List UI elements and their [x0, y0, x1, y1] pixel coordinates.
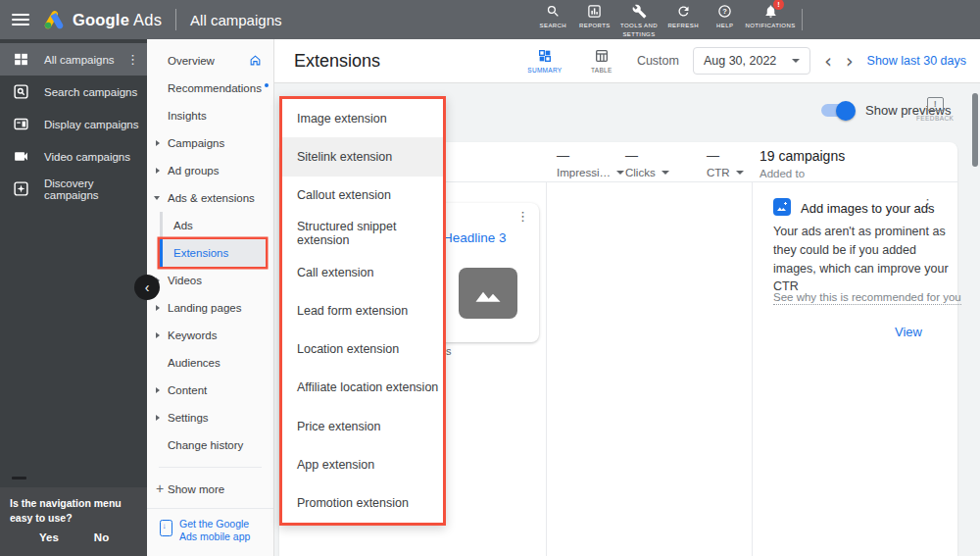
page-title: Extensions — [294, 51, 380, 72]
extension-menu-item-label: Structured snippet extension — [297, 220, 443, 247]
nav-label: Audiences — [168, 357, 220, 369]
extension-type-menu: Image extension Sitelink extension Callo… — [279, 96, 446, 526]
extension-menu-item[interactable]: Lead form extension — [282, 291, 443, 329]
reports-button[interactable]: REPORTS — [574, 4, 616, 30]
nav-label: Content — [168, 384, 207, 396]
chevron-right-icon — [156, 415, 160, 421]
survey-panel: Is the navigation menu easy to use? Yes … — [0, 487, 147, 556]
page-header: Extensions SUMMARY TABLE Custom Aug 30, … — [274, 39, 980, 83]
summary-view-button[interactable]: SUMMARY — [523, 48, 566, 74]
recommendation-view-button[interactable]: View — [895, 325, 922, 339]
sort-arrow-icon — [662, 171, 669, 175]
nav-item-ads[interactable]: Ads — [160, 212, 273, 239]
date-range-select[interactable]: Aug 30, 2022 — [693, 47, 810, 75]
extension-menu-item[interactable]: Sitelink extension — [282, 137, 443, 176]
metric-ctr: — CTR — [707, 148, 744, 178]
refresh-button[interactable]: REFRESH — [662, 4, 705, 30]
impressions-sort-button[interactable]: Impressi… — [557, 167, 624, 178]
feedback-button[interactable]: ! FEEDBACK — [916, 97, 954, 122]
nav-item-videos[interactable]: Videos — [147, 267, 273, 294]
sidebar-item-display-campaigns[interactable]: Display campaigns — [0, 108, 147, 140]
ad-card-kebab-icon[interactable]: ⋮ — [516, 209, 529, 224]
nav-item-campaigns[interactable]: Campaigns — [147, 129, 273, 157]
show-last-30-days-link[interactable]: Show last 30 days — [867, 54, 966, 68]
search-button[interactable]: SEARCH — [532, 4, 574, 30]
next-date-button[interactable]: › — [846, 52, 854, 71]
extension-menu-item-label: Sitelink extension — [297, 150, 392, 164]
refresh-icon — [676, 4, 691, 19]
google-ads-logo-icon — [43, 10, 65, 29]
survey-no-button[interactable]: No — [94, 531, 109, 543]
show-previews-toggle[interactable] — [821, 104, 853, 117]
metric-clicks: — Clicks — [625, 148, 669, 178]
notifications-button[interactable]: NOTIFICATIONS ! — [746, 4, 795, 30]
nav-item-extensions[interactable]: Extensions — [160, 239, 266, 267]
feedback-label: FEEDBACK — [916, 115, 954, 122]
nav-label: Ads — [173, 220, 193, 231]
extension-menu-item[interactable]: Callout extension — [282, 177, 443, 215]
extension-menu-item[interactable]: Promotion extension — [282, 484, 443, 523]
survey-question: Is the navigation menu easy to use? — [0, 487, 145, 525]
sidebar-item-all-campaigns[interactable]: All campaigns ⋮ — [0, 43, 147, 76]
recommendation-kebab-icon[interactable]: ⋮ — [921, 196, 934, 211]
plus-icon: + — [156, 480, 164, 496]
nav-label: Settings — [168, 412, 209, 424]
reports-icon — [587, 4, 602, 19]
top-app-bar: GoogleAds All campaigns SEARCH REPORTS T… — [0, 0, 980, 39]
survey-minimize-icon[interactable] — [12, 477, 26, 480]
topbar-actions: SEARCH REPORTS TOOLS AND SETTINGS REFRES… — [532, 4, 795, 39]
get-mobile-app-link[interactable]: Get the GoogleAds mobile app — [147, 508, 273, 556]
menu-icon[interactable] — [12, 14, 29, 25]
extension-menu-item-label: Price extension — [297, 420, 380, 433]
column-divider — [546, 181, 547, 556]
extension-menu-item-label: Callout extension — [297, 188, 391, 202]
show-more-button[interactable]: + Show more — [147, 476, 273, 503]
brand-text: GoogleAds — [73, 11, 162, 29]
home-icon — [249, 54, 262, 67]
sidebar-item-discovery-campaigns[interactable]: Discovery campaigns — [0, 173, 147, 205]
clicks-sort-button[interactable]: Clicks — [625, 167, 669, 178]
nav-item-settings[interactable]: Settings — [147, 404, 273, 431]
nav-item-content[interactable]: Content — [147, 377, 273, 404]
nav-label: Recommendations — [168, 82, 262, 94]
extension-menu-item-label: Location extension — [297, 342, 399, 356]
table-view-button[interactable]: TABLE — [580, 48, 623, 74]
extension-menu-item[interactable]: Call extension — [282, 253, 443, 291]
nav-item-ads-extensions[interactable]: Ads & extensions — [147, 184, 273, 212]
chevron-right-icon — [156, 168, 160, 174]
nav-item-change-history[interactable]: Change history — [147, 431, 273, 459]
ctr-value: — — [707, 148, 744, 163]
nav-divider — [159, 467, 262, 468]
sidebar-item-video-campaigns[interactable]: Video campaigns — [0, 140, 147, 173]
sidebar-item-label: Display campaigns — [44, 119, 139, 130]
ctr-sort-button[interactable]: CTR — [707, 167, 744, 178]
extension-menu-item-label: App extension — [297, 458, 374, 472]
nav-item-landing-pages[interactable]: Landing pages — [147, 294, 273, 322]
nav-item-ad-groups[interactable]: Ad groups — [147, 157, 273, 184]
recommendation-reason-link[interactable]: See why this is recommended for you — [773, 291, 961, 305]
nav-item-overview[interactable]: Overview — [147, 47, 273, 75]
all-campaigns-kebab-icon[interactable]: ⋮ — [126, 52, 139, 67]
nav-label: Campaigns — [168, 137, 224, 149]
survey-yes-button[interactable]: Yes — [39, 531, 59, 543]
extension-menu-item[interactable]: App extension — [282, 445, 443, 483]
sidebar-item-label: Discovery campaigns — [44, 177, 147, 201]
collapse-nav-button[interactable]: ‹ — [134, 275, 160, 300]
sidebar-item-label: Search campaigns — [44, 86, 137, 98]
sidebar-item-search-campaigns[interactable]: Search campaigns — [0, 76, 147, 108]
extension-menu-item[interactable]: Location extension — [282, 330, 443, 369]
nav-item-keywords[interactable]: Keywords — [147, 322, 273, 349]
tools-and-settings-button[interactable]: TOOLS AND SETTINGS — [615, 4, 662, 39]
previous-date-button[interactable]: ‹ — [824, 52, 832, 71]
extension-menu-item[interactable]: Price extension — [282, 407, 443, 445]
nav-item-insights[interactable]: Insights — [147, 102, 273, 129]
extension-menu-item[interactable]: Affiliate location extension — [282, 369, 443, 407]
extension-menu-item[interactable]: Image extension — [282, 99, 443, 137]
nav-item-audiences[interactable]: Audiences — [147, 349, 273, 377]
nav-item-recommendations[interactable]: Recommendations — [147, 75, 273, 102]
date-mode-label: Custom — [637, 54, 679, 68]
vertical-scrollbar[interactable] — [972, 93, 978, 167]
extension-menu-item[interactable]: Structured snippet extension — [282, 215, 443, 253]
extension-menu-item-label: Promotion extension — [297, 496, 409, 510]
help-button[interactable]: ? HELP — [704, 4, 746, 30]
